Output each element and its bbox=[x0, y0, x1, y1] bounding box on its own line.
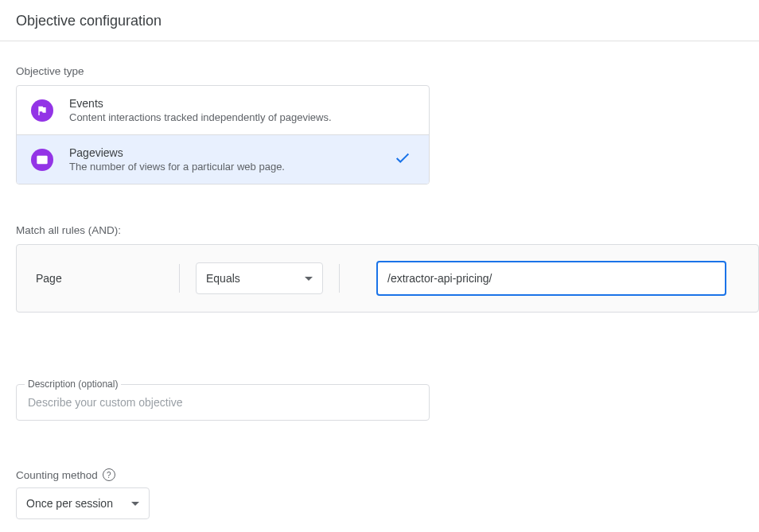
counting-method-value: Once per session bbox=[26, 497, 113, 510]
vertical-divider bbox=[179, 264, 180, 293]
objective-option-texts: Events Content interactions tracked inde… bbox=[69, 97, 415, 123]
objective-option-pageviews[interactable]: Pageviews The number of views for a part… bbox=[17, 134, 429, 184]
rules-panel: Page Equals bbox=[16, 244, 759, 313]
flag-icon bbox=[31, 99, 53, 122]
rule-operator-value: Equals bbox=[206, 272, 240, 285]
objective-option-texts: Pageviews The number of views for a part… bbox=[69, 146, 415, 173]
page-title: Objective configuration bbox=[16, 13, 759, 29]
rules-block: Match all rules (AND): Page Equals bbox=[16, 224, 743, 313]
vertical-divider bbox=[339, 264, 340, 293]
counting-method-select[interactable]: Once per session bbox=[16, 487, 150, 519]
pageview-icon bbox=[31, 149, 53, 171]
rule-value-wrap bbox=[376, 261, 726, 296]
objective-option-desc: Content interactions tracked independent… bbox=[69, 111, 415, 123]
rule-value-input[interactable] bbox=[376, 261, 726, 296]
description-field: Description (optional) bbox=[16, 384, 430, 421]
description-block: Description (optional) bbox=[16, 384, 430, 421]
chevron-down-icon bbox=[131, 502, 139, 506]
counting-select-wrap: Once per session bbox=[16, 487, 150, 519]
check-icon bbox=[394, 150, 411, 170]
content-area: Objective type Events Content interactio… bbox=[0, 41, 759, 519]
description-input[interactable] bbox=[17, 385, 429, 420]
objective-option-events[interactable]: Events Content interactions tracked inde… bbox=[17, 86, 429, 134]
description-float-label: Description (optional) bbox=[25, 379, 121, 390]
rule-field-label: Page bbox=[36, 272, 179, 285]
rules-label: Match all rules (AND): bbox=[16, 224, 743, 236]
chevron-down-icon bbox=[305, 277, 313, 281]
counting-label-row: Counting method ? bbox=[16, 468, 743, 481]
objective-type-label: Objective type bbox=[16, 65, 743, 77]
rule-operator-select[interactable]: Equals bbox=[196, 262, 323, 294]
page-header: Objective configuration bbox=[0, 0, 759, 41]
objective-option-title: Pageviews bbox=[69, 146, 415, 159]
help-icon[interactable]: ? bbox=[103, 468, 115, 481]
svg-rect-1 bbox=[37, 156, 47, 158]
counting-block: Counting method ? Once per session bbox=[16, 468, 743, 519]
objective-option-title: Events bbox=[69, 97, 415, 110]
counting-method-label: Counting method bbox=[16, 469, 98, 481]
rule-operator-wrap: Equals bbox=[196, 262, 323, 294]
objective-option-desc: The number of views for a particular web… bbox=[69, 161, 415, 173]
objective-type-card: Events Content interactions tracked inde… bbox=[16, 85, 430, 184]
